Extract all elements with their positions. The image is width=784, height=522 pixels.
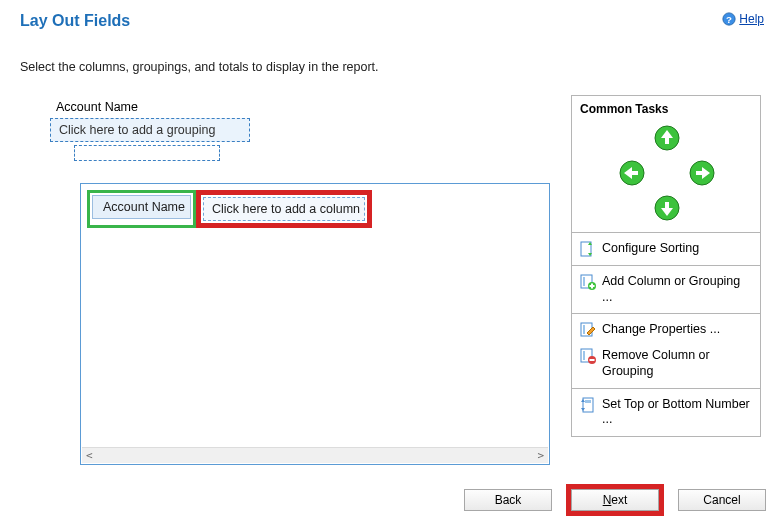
common-tasks-panel: Common Tasks Configure Sorting Add Colum… [571,95,761,437]
field-label-account-name: Account Name [56,100,550,114]
task-label: Add Column or Grouping ... [602,274,752,305]
grouping-placeholder[interactable]: Click here to add a grouping [50,118,250,142]
top-bottom-icon [580,397,596,413]
highlight-account-name-column: Account Name [87,190,196,228]
highlight-next-button: Next [566,484,664,516]
task-label: Remove Column or Grouping [602,348,752,379]
svg-rect-26 [585,400,591,403]
cancel-button[interactable]: Cancel [678,489,766,511]
back-label: Back [495,493,522,507]
page-title: Lay Out Fields [20,12,130,30]
move-right-button[interactable] [688,159,716,187]
task-add-column-grouping[interactable]: Add Column or Grouping ... [576,272,756,307]
column-account-name[interactable]: Account Name [92,195,191,219]
task-configure-sorting[interactable]: Configure Sorting [576,239,756,259]
arrow-pad [572,122,760,232]
properties-icon [580,322,596,338]
svg-rect-19 [583,325,585,334]
tasks-section-edit: Change Properties ... Remove Column or G… [572,313,760,387]
tasks-section-sorting: Configure Sorting [572,232,760,265]
svg-text:?: ? [726,14,732,25]
task-label: Configure Sorting [602,241,752,257]
svg-rect-14 [583,277,585,286]
help-link[interactable]: ? Help [722,12,764,26]
task-set-top-bottom-number[interactable]: Set Top or Bottom Number ... [576,395,756,430]
common-tasks-title: Common Tasks [572,96,760,122]
task-label: Set Top or Bottom Number ... [602,397,752,428]
sort-icon [580,241,596,257]
intro-text: Select the columns, groupings, and total… [20,60,764,74]
move-up-button[interactable] [653,124,681,152]
task-label: Change Properties ... [602,322,752,338]
wizard-button-bar: Back Next Cancel [464,484,766,516]
move-left-button[interactable] [618,159,646,187]
back-button[interactable]: Back [464,489,552,511]
svg-rect-17 [590,285,595,287]
add-column-placeholder[interactable]: Click here to add a column [203,197,365,221]
layout-area: Account Name Click here to add a groupin… [50,100,550,465]
report-canvas: Account Name Click here to add a column … [80,183,550,465]
remove-column-icon [580,348,596,364]
tasks-section-add: Add Column or Grouping ... [572,265,760,313]
wizard-page: Lay Out Fields ? Help Select the columns… [0,0,784,522]
tasks-section-topbottom: Set Top or Bottom Number ... [572,388,760,436]
scroll-right-icon[interactable]: > [537,449,544,462]
svg-rect-24 [590,359,595,361]
grouping-empty-slot[interactable] [74,145,220,161]
cancel-label: Cancel [703,493,740,507]
column-header-row: Account Name Click here to add a column [81,184,549,228]
scroll-left-icon[interactable]: < [86,449,93,462]
next-button[interactable]: Next [571,489,659,511]
next-label: Next [603,493,628,507]
help-icon: ? [722,12,736,26]
horizontal-scrollbar[interactable]: < > [82,447,548,463]
add-column-icon [580,274,596,290]
highlight-add-column: Click here to add a column [196,190,372,228]
titlebar: Lay Out Fields ? Help [20,12,764,30]
task-remove-column-grouping[interactable]: Remove Column or Grouping [576,346,756,381]
task-change-properties[interactable]: Change Properties ... [576,320,756,340]
help-label: Help [739,12,764,26]
move-down-button[interactable] [653,194,681,222]
svg-rect-22 [583,351,585,360]
